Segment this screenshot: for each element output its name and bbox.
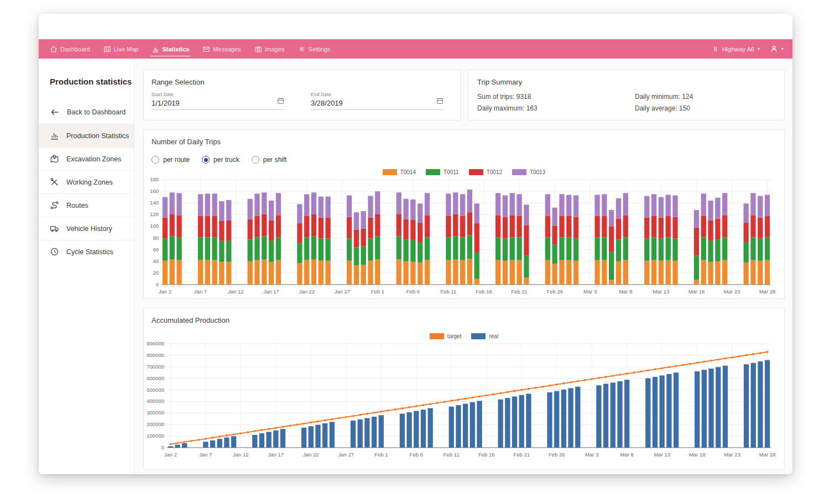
svg-text:800000: 800000 bbox=[147, 352, 164, 358]
daily-trips-chart-card: Number of Daily Trips per route per truc… bbox=[143, 129, 785, 299]
accumulated-production-chart: 0100000200000300000400000500000600000700… bbox=[144, 339, 784, 464]
route-icon bbox=[50, 201, 59, 210]
svg-text:300000: 300000 bbox=[147, 410, 164, 416]
svg-text:Mar 13: Mar 13 bbox=[653, 288, 670, 295]
svg-text:Mar 28: Mar 28 bbox=[759, 452, 776, 458]
sidebar-item-back-to-dashboard[interactable]: Back to Dashboard bbox=[39, 101, 134, 124]
accumulated-production-card: Accumulated Production target real 01000… bbox=[143, 308, 785, 470]
user-icon bbox=[770, 45, 778, 53]
svg-text:Feb 1: Feb 1 bbox=[374, 452, 388, 458]
user-menu[interactable]: ▾ bbox=[770, 45, 784, 53]
sidebar-item-cycle-statistics[interactable]: Cycle Statistics bbox=[39, 240, 134, 263]
end-date-input[interactable] bbox=[311, 97, 444, 110]
legend-entry: T0012 bbox=[469, 169, 502, 175]
main-content: Range Selection Start Date End Date Tri bbox=[134, 59, 792, 474]
trip-summary-item: Daily average: 150 bbox=[635, 104, 775, 116]
trip-summary-grid: Sum of trips: 9318 Daily minimum: 124 Da… bbox=[477, 93, 775, 116]
sidebar-item-excavation-zones[interactable]: Excavation Zones bbox=[39, 147, 134, 170]
app-window: Dashboard Live Map Statistics Messages I… bbox=[39, 14, 792, 474]
nav-item-label: Messages bbox=[213, 46, 241, 53]
accumulated-legend: target real bbox=[152, 333, 776, 339]
svg-text:200000: 200000 bbox=[147, 421, 164, 427]
svg-text:Feb 6: Feb 6 bbox=[406, 288, 420, 295]
svg-text:Feb 21: Feb 21 bbox=[511, 288, 528, 295]
nav-item-statistics[interactable]: Statistics bbox=[152, 39, 189, 59]
legend-entry: T0014 bbox=[383, 169, 416, 175]
nav-item-label: Dashboard bbox=[60, 46, 90, 53]
sidebar-item-working-zones[interactable]: Working Zones bbox=[39, 170, 134, 193]
site-selector-label: Highway A6 bbox=[722, 46, 754, 53]
radio-circle bbox=[252, 156, 259, 164]
card-title: Number of Daily Trips bbox=[152, 138, 776, 146]
svg-text:120: 120 bbox=[150, 211, 159, 217]
gears-icon bbox=[298, 45, 306, 53]
nav-right: Highway A6 ▾ ▾ bbox=[712, 45, 784, 53]
start-date-input[interactable] bbox=[152, 97, 284, 110]
sidebar-title: Production statistics bbox=[50, 77, 134, 86]
nav-item-live-map[interactable]: Live Map bbox=[103, 39, 139, 59]
legend-entry: target bbox=[430, 333, 462, 339]
sidebar-item-routes[interactable]: Routes bbox=[39, 193, 134, 217]
svg-text:60: 60 bbox=[153, 246, 159, 253]
svg-text:Mar 13: Mar 13 bbox=[654, 452, 670, 458]
sidebar-item-production-statistics[interactable]: Production Statistics bbox=[39, 124, 134, 147]
page: Dashboard Live Map Statistics Messages I… bbox=[0, 0, 840, 504]
svg-text:Mar 28: Mar 28 bbox=[759, 288, 776, 295]
sum-of-trips-value: 9318 bbox=[516, 93, 531, 101]
svg-text:Mar 18: Mar 18 bbox=[688, 288, 705, 295]
sidebar-item-label: Working Zones bbox=[66, 179, 113, 186]
site-selector[interactable]: Highway A6 ▾ bbox=[712, 45, 760, 53]
trip-summary-item: Daily minimum: 124 bbox=[635, 93, 775, 104]
sidebar-item-vehicle-history[interactable]: Vehicle History bbox=[39, 217, 134, 240]
svg-text:Mar 8: Mar 8 bbox=[620, 452, 634, 458]
svg-text:0: 0 bbox=[161, 444, 164, 450]
map-icon bbox=[103, 45, 111, 53]
radio-per-route[interactable]: per route bbox=[152, 156, 190, 164]
camera-icon bbox=[254, 45, 262, 53]
trip-summary-item: Daily maximum: 163 bbox=[477, 104, 635, 116]
daily-minimum-value: 124 bbox=[682, 93, 693, 101]
legend-entry: real bbox=[471, 333, 498, 339]
svg-text:Jan 12: Jan 12 bbox=[233, 452, 249, 458]
nav-item-label: Images bbox=[265, 46, 285, 53]
home-icon bbox=[50, 45, 58, 53]
radio-per-truck[interactable]: per truck bbox=[202, 156, 239, 164]
svg-text:Mar 3: Mar 3 bbox=[585, 452, 598, 458]
legend-swatch-t0013 bbox=[512, 169, 526, 175]
nav-item-label: Statistics bbox=[162, 46, 189, 53]
chart-head: Accumulated Production target real bbox=[144, 308, 784, 339]
start-date-field: Start Date bbox=[152, 92, 284, 110]
radio-circle bbox=[202, 156, 210, 164]
svg-text:Mar 3: Mar 3 bbox=[583, 288, 597, 295]
svg-text:Feb 6: Feb 6 bbox=[410, 452, 423, 458]
svg-text:700000: 700000 bbox=[147, 364, 164, 370]
sidebar-item-label: Vehicle History bbox=[66, 225, 112, 233]
clock-icon bbox=[50, 247, 59, 256]
svg-text:140: 140 bbox=[150, 200, 159, 206]
svg-text:Jan 22: Jan 22 bbox=[303, 452, 319, 458]
svg-text:Feb 26: Feb 26 bbox=[546, 288, 563, 295]
radio-per-shift[interactable]: per shift bbox=[252, 156, 287, 164]
nav-item-settings[interactable]: Settings bbox=[298, 39, 331, 59]
legend-entry: T0013 bbox=[512, 169, 545, 175]
svg-text:Feb 11: Feb 11 bbox=[444, 452, 460, 458]
calendar-icon[interactable] bbox=[436, 97, 444, 107]
nav-item-images[interactable]: Images bbox=[254, 39, 285, 59]
daily-trips-chart: 020406080100120140160180Jan 2Jan 7Jan 12… bbox=[144, 175, 784, 301]
svg-text:Jan 27: Jan 27 bbox=[338, 452, 354, 458]
sidebar-item-label: Cycle Statistics bbox=[66, 248, 113, 256]
nav-item-messages[interactable]: Messages bbox=[202, 39, 241, 59]
calendar-icon[interactable] bbox=[277, 97, 284, 107]
legend-entry: T0011 bbox=[426, 169, 459, 175]
tools-icon bbox=[50, 177, 59, 187]
chart-head: Number of Daily Trips per route per truc… bbox=[144, 130, 784, 175]
svg-text:Mar 23: Mar 23 bbox=[724, 452, 740, 458]
svg-text:0: 0 bbox=[156, 281, 159, 287]
svg-text:400000: 400000 bbox=[147, 398, 164, 404]
date-fields: Start Date End Date bbox=[152, 92, 452, 110]
svg-text:Jan 12: Jan 12 bbox=[228, 288, 244, 295]
nav-item-dashboard[interactable]: Dashboard bbox=[50, 39, 90, 59]
svg-text:Jan 7: Jan 7 bbox=[194, 288, 207, 295]
site-icon bbox=[712, 45, 719, 53]
svg-text:900000: 900000 bbox=[147, 340, 164, 347]
